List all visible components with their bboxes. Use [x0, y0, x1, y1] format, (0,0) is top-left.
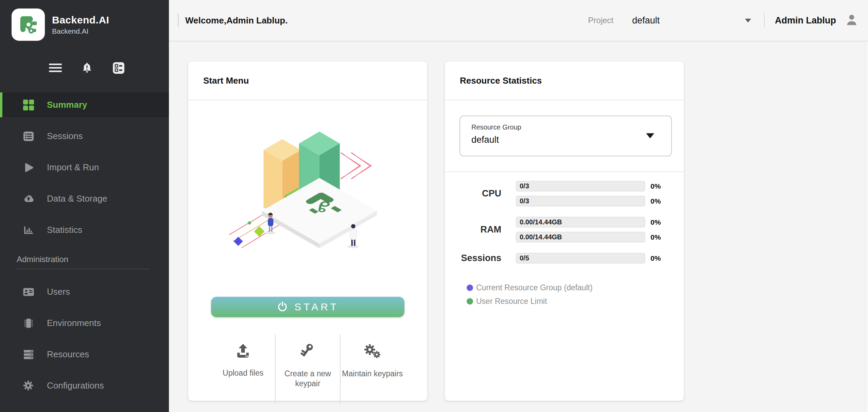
top-header: Welcome,Admin Lablup. Project default Ad… — [169, 0, 868, 41]
gear-icon — [22, 380, 35, 392]
sidebar-toolbar — [49, 61, 169, 75]
upload-files-action[interactable]: Upload files — [211, 334, 275, 404]
sidebar-item-label: Environments — [47, 318, 101, 328]
grid-icon — [22, 99, 35, 111]
list-card-icon — [22, 130, 35, 142]
chip-icon — [22, 317, 35, 329]
cpu-limit-bar: 0/3 — [516, 196, 645, 206]
action-label: Upload files — [223, 368, 263, 378]
ram-limit-percent: 0% — [645, 233, 672, 241]
user-name: Admin Lablup — [775, 15, 836, 26]
legend-dot — [467, 298, 473, 305]
sidebar-item-environments[interactable]: Environments — [0, 311, 169, 336]
create-keypair-action[interactable]: Create a new keypair — [275, 334, 340, 404]
start-button-label: START — [294, 301, 339, 313]
sessions-meter-group: Sessions 0/5 0% — [445, 253, 684, 263]
cpu-meter-group: CPU 0/3 0% 0/3 0% — [445, 181, 684, 206]
resource-meters: CPU 0/3 0% 0/3 0% — [445, 172, 684, 263]
resource-group-label: Resource Group — [471, 123, 671, 131]
start-button[interactable]: START — [211, 297, 404, 317]
meter-label: Sessions — [445, 253, 501, 263]
sidebar-item-statistics[interactable]: Statistics — [0, 218, 169, 242]
dashboard-list-icon[interactable] — [112, 62, 125, 74]
server-stack-icon — [22, 348, 35, 361]
gears-icon — [364, 343, 381, 361]
cpu-usage-bar: 0/3 — [516, 181, 645, 191]
sidebar: Backend.AI Backend.AI — [0, 0, 169, 412]
resource-group-section: Resource Group default — [445, 100, 684, 172]
sessions-usage-bar: 0/5 — [516, 253, 645, 263]
project-select-value: default — [632, 15, 660, 26]
chevron-down-icon — [745, 19, 751, 22]
ram-meter-group: RAM 0.00/14.44GB 0% 0.00/14.44GB 0% — [445, 217, 684, 242]
power-icon — [277, 301, 288, 313]
hamburger-menu-icon[interactable] — [49, 64, 62, 72]
resource-statistics-card: Resource Statistics Resource Group defau… — [445, 62, 684, 401]
notification-bell-icon[interactable] — [81, 62, 93, 74]
sidebar-item-resources[interactable]: Resources — [0, 342, 169, 367]
legend-item-user-resource-limit: User Resource Limit — [467, 297, 684, 306]
sidebar-item-label: Import & Run — [47, 162, 99, 173]
scrollbar[interactable] — [866, 41, 868, 412]
brand-subtitle: Backend.AI — [52, 27, 109, 35]
action-label: Create a new keypair — [276, 369, 340, 389]
resource-statistics-title: Resource Statistics — [460, 75, 542, 86]
sidebar-item-label: Resources — [47, 349, 89, 360]
resource-statistics-card-header: Resource Statistics — [445, 62, 684, 100]
sidebar-item-summary[interactable]: Summary — [0, 92, 169, 117]
ram-limit-bar: 0.00/14.44GB — [516, 232, 645, 242]
administration-divider — [17, 269, 150, 269]
sidebar-item-configurations[interactable]: Configurations — [0, 373, 169, 398]
content-area: Start Menu — [169, 41, 868, 412]
cpu-limit-percent: 0% — [645, 197, 672, 205]
cpu-usage-percent: 0% — [645, 182, 672, 190]
id-card-icon — [22, 286, 35, 298]
start-menu-title: Start Menu — [203, 75, 249, 86]
sidebar-item-label: Statistics — [47, 225, 82, 235]
brand-text: Backend.AI Backend.AI — [52, 14, 109, 35]
bar-chart-icon — [22, 224, 35, 236]
backend-ai-console: Backend.AI Backend.AI — [0, 0, 868, 412]
action-label: Maintain keypairs — [342, 369, 403, 379]
project-select[interactable]: default — [632, 15, 751, 26]
backend-ai-logo-icon — [12, 8, 45, 41]
sidebar-item-import-run[interactable]: Import & Run — [0, 155, 169, 180]
start-menu-card: Start Menu — [188, 62, 427, 401]
administration-section-label: Administration — [17, 255, 169, 264]
start-menu-card-header: Start Menu — [188, 62, 427, 100]
header-divider — [764, 13, 765, 28]
maintain-keypairs-action[interactable]: Maintain keypairs — [340, 334, 404, 404]
key-icon — [299, 343, 316, 361]
resource-group-value: default — [471, 135, 671, 145]
brand: Backend.AI Backend.AI — [0, 0, 169, 41]
sidebar-item-users[interactable]: Users — [0, 279, 169, 304]
user-avatar-icon[interactable] — [846, 14, 858, 27]
legend-item-current-resource-group: Current Resource Group (default) — [467, 283, 684, 292]
cloud-upload-icon — [22, 193, 35, 205]
legend-dot — [467, 285, 473, 291]
meter-label: CPU — [445, 188, 501, 199]
welcome-message: Welcome,Admin Lablup. — [185, 15, 288, 26]
meter-legend: Current Resource Group (default) User Re… — [467, 283, 684, 306]
chevron-down-icon — [646, 133, 654, 138]
play-icon — [22, 161, 35, 174]
sidebar-admin-menu: Users Environments Resources — [0, 279, 169, 398]
quick-actions: Upload files — [211, 334, 404, 404]
upload-icon — [235, 343, 251, 360]
sidebar-item-label: Summary — [47, 100, 87, 110]
sidebar-item-sessions[interactable]: Sessions — [0, 124, 169, 149]
brand-title: Backend.AI — [52, 14, 109, 26]
ram-usage-bar: 0.00/14.44GB — [516, 217, 645, 227]
main-area: Welcome,Admin Lablup. Project default Ad… — [169, 0, 868, 412]
meter-label: RAM — [445, 224, 501, 235]
resource-group-select[interactable]: Resource Group default — [459, 116, 672, 156]
sidebar-item-label: Configurations — [47, 380, 104, 391]
sidebar-item-data-storage[interactable]: Data & Storage — [0, 186, 169, 211]
header-tick-divider — [178, 14, 179, 27]
ram-usage-percent: 0% — [645, 218, 672, 226]
sidebar-menu: Summary Sessions Import & Run — [0, 92, 169, 242]
sessions-usage-percent: 0% — [645, 254, 672, 262]
isometric-illustration — [209, 110, 406, 253]
sidebar-item-label: Users — [47, 287, 70, 297]
project-label: Project — [588, 16, 613, 25]
